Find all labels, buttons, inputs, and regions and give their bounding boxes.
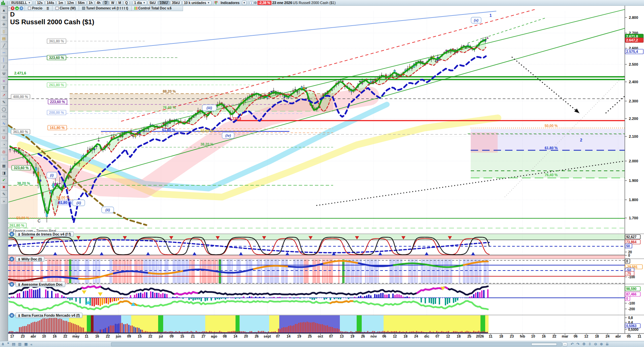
collapse-icon[interactable]: «	[30, 342, 32, 346]
panel-sistema-de-trenes	[8, 234, 625, 259]
brush-icon[interactable]: ✎	[1, 99, 7, 105]
unit-5kU[interactable]: 5kU	[148, 1, 157, 5]
svg-text:38,20 %: 38,20 %	[17, 181, 30, 185]
date-tick: 08	[223, 334, 227, 338]
date-tick: 14	[234, 334, 238, 338]
channel-icon[interactable]: ⫽	[1, 64, 7, 69]
panel-title-sistema-de-trenes[interactable]: ▮Sistema de trenes Doc v4 (f f)	[15, 231, 74, 237]
timeframe-D[interactable]: D	[103, 1, 109, 5]
sell-icon[interactable]: ▼	[11, 6, 14, 10]
date-tick: 18	[403, 334, 407, 338]
collapse-chevron[interactable]: ^	[9, 7, 10, 10]
redo-icon[interactable]: ↷	[576, 342, 579, 346]
panel-title-barra-fuerza[interactable]: ▮Barra Fuerza Fondo Mercado v4 (f)	[15, 313, 82, 318]
zoom-out-icon[interactable]: ⊖	[594, 342, 597, 346]
buy-icon[interactable]: ▲	[15, 6, 19, 10]
panel-awesome-evolution	[8, 285, 625, 310]
date-tick: 19	[297, 334, 301, 338]
confirm-icon[interactable]: ✔	[1, 177, 7, 183]
info-icon[interactable]: i	[250, 1, 253, 5]
delete-icon[interactable]: ✖	[1, 184, 7, 190]
close-panel-icon[interactable]: ✕	[9, 313, 14, 318]
svg-text:(iv): (iv)	[225, 133, 231, 137]
timeframe-144s[interactable]: 144s	[45, 1, 56, 5]
date-tick: 24	[606, 334, 610, 338]
zoom-icon[interactable]: ⊕	[1, 14, 7, 20]
scroll-right-button[interactable]: ›	[563, 342, 567, 346]
vline-icon[interactable]: │	[1, 57, 7, 62]
edit-icon[interactable]: ✎	[1, 191, 7, 197]
close-panel-icon[interactable]: ✕	[9, 282, 14, 287]
candles-icon[interactable]: ▯	[1, 28, 7, 34]
date-tick: 16	[95, 334, 99, 338]
svg-text:-100: -100	[628, 302, 635, 305]
layers-icon[interactable]: ▦	[1, 163, 7, 168]
ellipse-icon[interactable]: ◯	[1, 106, 7, 112]
legend-precio[interactable]: Precio	[26, 6, 44, 10]
timeframe-1h[interactable]: 1h	[87, 1, 95, 5]
market-depth-icon[interactable]: ▥	[18, 342, 22, 346]
text-icon[interactable]: T	[1, 85, 7, 91]
h-scrollbar[interactable]	[111, 342, 562, 346]
calendar-icon[interactable]: ▦	[24, 342, 28, 346]
timeframe-M[interactable]: M	[117, 1, 123, 5]
arrow-icon[interactable]: ➚	[1, 92, 7, 98]
close-panel-icon[interactable]: ✕	[9, 232, 14, 236]
chart-style-icon[interactable]: ▤	[1, 35, 7, 41]
projection-arrows[interactable]	[512, 57, 641, 113]
chat-icon[interactable]: ❞	[7, 342, 9, 346]
zoom-in-icon[interactable]: ⊕	[600, 342, 603, 346]
timeframe-12m[interactable]: 12m	[66, 1, 76, 5]
alert-icon[interactable]: ◔	[1, 141, 7, 147]
settings-icon[interactable]: ⚙	[582, 342, 585, 346]
fibonacci-icon[interactable]: ≡	[1, 78, 7, 84]
magnet-icon[interactable]: U	[1, 134, 7, 140]
hline-icon[interactable]: ─	[1, 50, 7, 55]
cursor-icon[interactable]: ▲	[1, 7, 7, 13]
unit-dropdown[interactable]: 10 k unidades▼	[182, 1, 212, 5]
timeframe-W[interactable]: W	[109, 1, 116, 5]
toolbar-grip[interactable]: ⣿	[6, 1, 8, 4]
undo-icon[interactable]: ↶	[571, 342, 574, 346]
ruler-icon[interactable]: ⌗	[1, 127, 7, 133]
panel-title-willy[interactable]: ▮Willy Doc (t)	[15, 256, 44, 262]
timeframe-1m[interactable]: 1m	[57, 1, 65, 5]
more-icon[interactable]: »	[1, 198, 7, 204]
symbol-selector[interactable]: RUSSELL▼	[10, 1, 33, 5]
legend-tunel[interactable]: Tunel Domenec v4 (t t t t t)	[80, 6, 130, 10]
indicators-button[interactable]: Indicadores	[219, 1, 241, 5]
trendline-icon[interactable]: ╱	[1, 42, 7, 48]
zoom-fit-icon[interactable]: ⇳	[588, 342, 591, 346]
rect-icon[interactable]: ▭	[1, 113, 7, 119]
pitchfork-icon[interactable]: Ψ	[1, 71, 7, 76]
svg-text:76,40 %: 76,40 %	[545, 173, 558, 177]
target-icon[interactable]: ◎	[1, 149, 7, 154]
panel-willy	[8, 259, 625, 283]
news-icon[interactable]: ▤	[12, 342, 15, 346]
crosshair-icon[interactable]: ✛	[1, 21, 7, 27]
share-icon[interactable]: ⋔	[1, 342, 4, 346]
close-panel-icon[interactable]: ✕	[9, 257, 14, 261]
price-style-icon[interactable]: ≣	[45, 6, 51, 10]
period-dropdown[interactable]: 1 día▼	[133, 1, 147, 5]
svg-text:C: C	[38, 219, 41, 223]
timeframe-56m[interactable]: 56m	[76, 1, 86, 5]
timeframe-4h[interactable]: 4h	[95, 1, 102, 5]
unit-35kU[interactable]: 35kU	[170, 1, 182, 5]
status-bar: ⋔❞▤▥▦« › ↶↷⚙⇳⊖⊕⇊	[0, 341, 644, 347]
legend-control-total[interactable]: Control Total Doc v.6	[133, 6, 173, 10]
legend-cierre[interactable]: Cierre (W)	[54, 6, 77, 10]
timeframe-12s[interactable]: 12s	[35, 1, 44, 5]
close-tool-icon[interactable]: ✕	[20, 6, 23, 10]
timeframe-Q[interactable]: Q	[123, 1, 130, 5]
updown-icon[interactable]: ↕	[1, 156, 7, 161]
unit-10kU[interactable]: 10kU	[158, 1, 170, 5]
wave-icon[interactable]: ∿	[1, 120, 7, 126]
svg-text:200,00 %: 200,00 %	[49, 111, 64, 115]
auto-scroll-icon[interactable]: ⇊	[606, 342, 609, 346]
date-tick: jun	[116, 334, 121, 338]
eraser-icon[interactable]: ◨	[1, 170, 7, 176]
h-scrollbar-thumb[interactable]	[531, 343, 557, 346]
indicators-caret[interactable]: ▼	[242, 1, 247, 5]
panel-title-awesome-evolution[interactable]: ▮Awesome Evolution Doc	[15, 282, 65, 287]
